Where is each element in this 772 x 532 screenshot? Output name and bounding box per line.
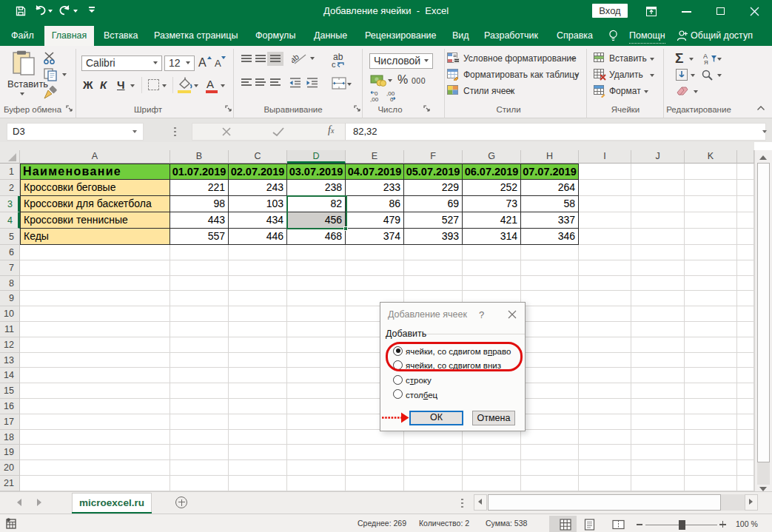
svg-text:Я: Я (704, 59, 708, 65)
svg-text:0: 0 (390, 96, 394, 102)
svg-text:,00: ,00 (370, 96, 379, 102)
svg-text:c: c (332, 61, 336, 69)
